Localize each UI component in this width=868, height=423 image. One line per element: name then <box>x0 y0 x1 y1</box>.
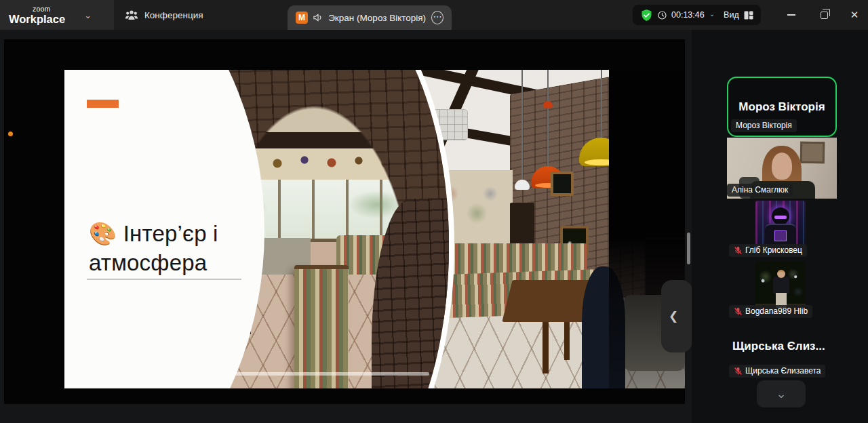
close-button[interactable]: ✕ <box>840 0 868 30</box>
avatar <box>755 201 806 251</box>
speaker-icon <box>313 13 323 22</box>
participant-tile-bogdana[interactable]: Bogdana989 Hlib <box>727 260 837 321</box>
chevron-down-icon[interactable]: ⌄ <box>84 10 92 20</box>
clock-icon <box>658 11 667 20</box>
participant-tile-moroz[interactable]: Мороз Вікторія Мороз Вікторія <box>727 77 837 137</box>
box-shelf <box>551 172 574 196</box>
restore-button[interactable] <box>809 0 839 30</box>
presenter-pointer-dot <box>8 132 13 136</box>
people-icon <box>125 10 138 20</box>
zoom-logo-section[interactable]: zoom Workplace ⌄ <box>0 0 114 30</box>
chevron-down-icon: ⌄ <box>776 386 786 401</box>
mic-muted-icon <box>734 307 743 316</box>
meeting-info-pill: 00:13:46 ⌄ Вид <box>633 5 761 25</box>
view-button-label[interactable]: Вид <box>724 10 739 20</box>
slide-divider <box>87 279 241 280</box>
tab-conference-label: Конференция <box>144 10 203 20</box>
zoom-workplace-logo: zoom Workplace <box>9 5 65 24</box>
participants-panel: Мороз Вікторія Мороз Вікторія Аліна Смаг… <box>692 30 868 423</box>
participant-tile-hlib[interactable]: Гліб Крисковец <box>727 199 837 260</box>
minimize-button[interactable] <box>776 0 806 30</box>
sidebar-scrollbar[interactable] <box>687 233 690 264</box>
participant-name-label: Bogdana989 Hlib <box>729 305 812 318</box>
tab-screen-share[interactable]: M Экран (Мороз Вікторія) ⋯ <box>288 5 452 30</box>
collapse-panel-button[interactable]: ❮ <box>661 280 692 352</box>
participant-name-label: Мороз Вікторія <box>731 119 797 132</box>
chevron-down-icon[interactable]: ⌄ <box>709 10 715 18</box>
titlebar: zoom Workplace ⌄ Конференция M Экран (М <box>0 0 868 30</box>
tab-conference[interactable]: Конференция <box>115 0 213 30</box>
close-icon: ✕ <box>850 9 859 21</box>
mic-muted-icon <box>734 367 743 376</box>
participant-name-label: Аліна Смаглюк <box>727 184 793 197</box>
participant-tile-alina-video[interactable]: Аліна Смаглюк <box>727 138 837 199</box>
mic-muted-icon <box>734 246 743 255</box>
slide-title: 🎨 Інтер’єр і атмосфера <box>89 219 218 277</box>
slide-accent-bar <box>87 100 119 108</box>
participant-tile-shchyrska[interactable]: Щирська Єлиз... Щирська Єлизавета <box>727 321 837 382</box>
palette-emoji-icon: 🎨 <box>89 221 117 246</box>
zoom-workplace-window: zoom Workplace ⌄ Конференция M Экран (М <box>0 0 868 423</box>
more-participants-button[interactable]: ⌄ <box>757 380 806 407</box>
restore-icon <box>821 12 828 19</box>
tab-screen-share-label: Экран (Мороз Вікторія) <box>328 13 426 23</box>
participant-name-label: Щирська Єлизавета <box>729 365 825 378</box>
tab-options-icon[interactable]: ⋯ <box>431 11 443 24</box>
presentation-slide: 🎨 Інтер’єр і атмосфера <box>64 70 685 388</box>
person-face <box>772 153 792 180</box>
avatar <box>755 262 806 312</box>
participant-display-name: Мороз Вікторія <box>738 100 825 114</box>
view-layout-icon[interactable] <box>744 11 753 20</box>
zoom-logo-text: zoom <box>33 5 65 13</box>
chevron-left-icon: ❮ <box>669 309 678 323</box>
meeting-timer[interactable]: 00:13:46 <box>671 10 705 20</box>
picture-frame <box>800 142 825 164</box>
white-pendant-lamp <box>515 180 530 190</box>
security-shield-icon[interactable] <box>640 9 653 22</box>
meeting-badge: M <box>296 12 308 24</box>
participant-display-name: Щирська Єлиз... <box>732 340 825 353</box>
participant-name-label: Гліб Крисковец <box>729 244 807 257</box>
workplace-logo-text: Workplace <box>9 14 65 25</box>
minimize-icon <box>787 14 795 16</box>
share-progress-bar <box>234 372 429 376</box>
